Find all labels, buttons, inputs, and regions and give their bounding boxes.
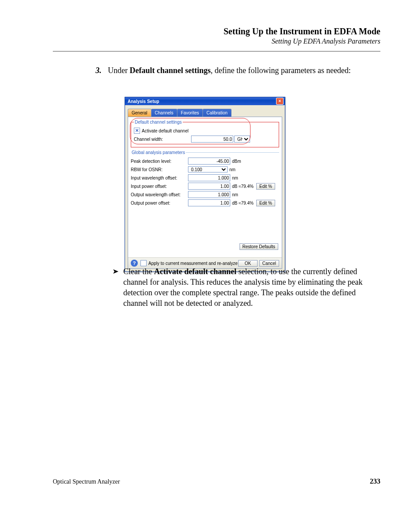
global-row-select[interactable]: 0.100: [188, 166, 228, 172]
global-row-unit: nm: [229, 167, 254, 172]
global-analysis-legend: Global analysis parameters: [131, 150, 186, 155]
channel-width-unit-select[interactable]: GHz: [234, 136, 250, 143]
global-row: Input power offset:dB ≈79.4%Edit %: [131, 182, 279, 190]
dialog-title: Analysis Setup: [128, 99, 159, 104]
dialog-titlebar[interactable]: Analysis Setup ×: [125, 97, 285, 105]
global-analysis-group: Global analysis parameters Peak detectio…: [131, 150, 279, 211]
bullet-text-bold: Activate default channel: [154, 267, 236, 276]
bullet-text-pre: Clear the: [123, 267, 154, 276]
edit-percent-button[interactable]: Edit %: [256, 200, 275, 206]
global-row-unit: dB ≈79.4%: [232, 184, 256, 189]
cancel-button[interactable]: Cancel: [259, 260, 279, 267]
global-row-label: RBW for OSNR:: [131, 167, 188, 172]
channel-width-label: Channel width:: [134, 137, 191, 142]
edit-percent-button[interactable]: Edit %: [256, 183, 275, 190]
apply-reanalyze-checkbox[interactable]: [140, 260, 147, 266]
global-row-unit: dB ≈79.4%: [232, 201, 256, 205]
bullet-item: Clear the Activate default channel selec…: [123, 266, 380, 308]
tab-favorites[interactable]: Favorites: [177, 109, 203, 117]
global-row-input[interactable]: [188, 191, 230, 198]
global-row: Peak detection level:dBm: [131, 157, 279, 165]
chapter-title: Setting Up the Instrument in EDFA Mode: [53, 26, 380, 37]
apply-reanalyze-label: Apply to current measurement and re-anal…: [148, 261, 238, 266]
global-row-label: Input power offset:: [131, 184, 188, 189]
section-title: Setting Up EDFA Analysis Parameters: [53, 37, 380, 45]
global-row-label: Peak detection level:: [131, 159, 188, 164]
tab-pane-general: Default channel settings ✕ Activate defa…: [128, 117, 282, 269]
global-row-label: Output power offset:: [131, 201, 188, 205]
step-text-bold: Default channel settings: [129, 66, 210, 75]
global-row-input[interactable]: [188, 174, 230, 181]
activate-default-channel-label: Activate default channel: [142, 128, 188, 133]
arrow-icon: [113, 268, 120, 275]
default-channel-legend: Default channel settings: [134, 120, 183, 125]
ok-button[interactable]: OK: [238, 260, 258, 267]
tab-channels[interactable]: Channels: [151, 109, 177, 117]
step-3: 3. Under Default channel settings, defin…: [108, 65, 380, 76]
header-rule: [53, 51, 380, 51]
activate-default-channel-checkbox[interactable]: ✕: [134, 128, 140, 134]
page-number: 233: [370, 477, 380, 485]
step-text-post: , define the following parameters as nee…: [210, 66, 350, 75]
global-row-input[interactable]: [188, 199, 230, 206]
global-row-unit: nm: [232, 192, 256, 197]
global-row: RBW for OSNR:0.100nm: [131, 165, 279, 173]
tab-calibration[interactable]: Calibration: [203, 109, 232, 117]
tab-general[interactable]: General: [128, 109, 151, 117]
step-number: 3.: [96, 65, 102, 76]
step-text-pre: Under: [108, 66, 129, 75]
restore-defaults-button[interactable]: Restore Defaults: [239, 243, 278, 250]
global-row: Output wavelength offset:nm: [131, 191, 279, 198]
global-row-input[interactable]: [188, 158, 230, 165]
analysis-setup-dialog: Analysis Setup × General Channels Favori…: [125, 97, 285, 272]
help-icon[interactable]: ?: [131, 260, 138, 267]
tabs: General Channels Favorites Calibration: [128, 109, 282, 117]
global-row-label: Input wavelength offset:: [131, 176, 188, 180]
channel-width-input[interactable]: [191, 136, 233, 143]
global-row-unit: dBm: [232, 159, 256, 164]
global-row: Output power offset:dB ≈79.4%Edit %: [131, 199, 279, 207]
global-row-input[interactable]: [188, 183, 230, 190]
global-row: Input wavelength offset:nm: [131, 174, 279, 182]
global-row-label: Output wavelength offset:: [131, 192, 188, 197]
footer-product: Optical Spectrum Analyzer: [53, 478, 120, 485]
default-channel-settings-group: Default channel settings ✕ Activate defa…: [131, 120, 279, 147]
global-row-unit: nm: [232, 176, 256, 180]
close-icon[interactable]: ×: [276, 98, 284, 105]
